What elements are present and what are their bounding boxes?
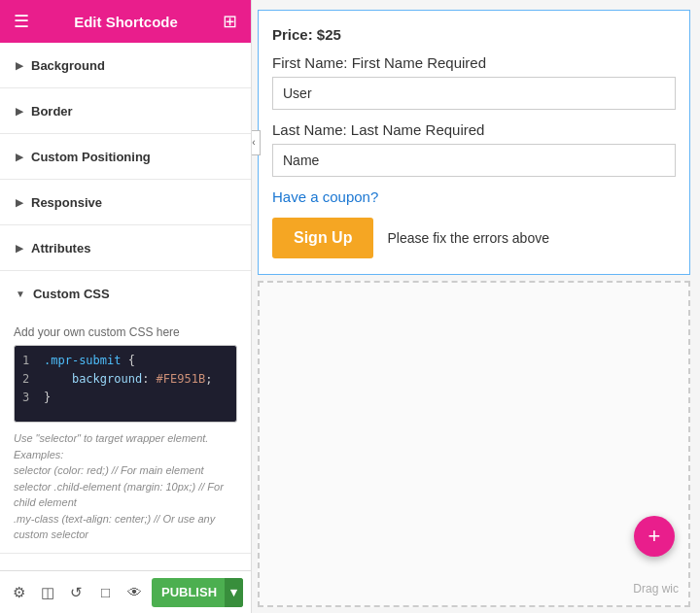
accordion-responsive-label: Responsive bbox=[31, 195, 102, 210]
chevron-custom-css-icon: ▼ bbox=[16, 289, 25, 299]
accordion-custom-css-body: Add your own custom CSS here 1 .mpr-subm… bbox=[0, 316, 251, 553]
accordion-border: ▶ Border bbox=[0, 88, 251, 134]
last-name-input[interactable] bbox=[272, 144, 676, 177]
accordion-custom-css-header[interactable]: ▼ Custom CSS bbox=[0, 271, 251, 316]
grid-icon[interactable]: ⊞ bbox=[223, 11, 237, 32]
price-row: Price: $25 bbox=[272, 26, 676, 43]
hamburger-icon[interactable]: ☰ bbox=[14, 11, 29, 32]
collapse-arrow-icon[interactable]: ‹ bbox=[252, 130, 261, 155]
accordion-custom-positioning: ▶ Custom Positioning bbox=[0, 134, 251, 180]
error-message: Please fix the errors above bbox=[387, 230, 549, 246]
preview-icon[interactable]: 👁 bbox=[122, 579, 146, 606]
responsive-icon[interactable]: □ bbox=[94, 579, 118, 606]
code-line-3: 3 } bbox=[22, 389, 228, 407]
publish-button[interactable]: PUBLISH ▾ bbox=[152, 578, 243, 607]
accordion-background-label: Background bbox=[31, 58, 105, 73]
drag-label: Drag wic bbox=[633, 582, 679, 596]
css-hint-label: Add your own custom CSS here bbox=[14, 325, 237, 339]
accordion-responsive: ▶ Responsive bbox=[0, 180, 251, 225]
layers-icon[interactable]: ◫ bbox=[37, 579, 60, 606]
settings-icon[interactable]: ⚙ bbox=[8, 579, 31, 606]
code-line-2: 2 background: #FE951B; bbox=[22, 370, 228, 389]
coupon-link[interactable]: Have a coupon? bbox=[272, 188, 378, 205]
header-title: Edit Shortcode bbox=[74, 14, 178, 30]
accordion-responsive-header[interactable]: ▶ Responsive bbox=[0, 180, 251, 224]
publish-arrow-icon: ▾ bbox=[225, 578, 243, 607]
publish-label: PUBLISH bbox=[161, 585, 225, 599]
signup-button[interactable]: Sign Up bbox=[272, 218, 373, 258]
last-name-label: Last Name: Last Name Required bbox=[272, 121, 676, 138]
accordion-attributes-header[interactable]: ▶ Attributes bbox=[0, 225, 251, 270]
css-help-text: Use "selector" to target wrapper element… bbox=[14, 430, 237, 543]
form-footer: Sign Up Please fix the errors above bbox=[272, 218, 676, 258]
accordion-background-header[interactable]: ▶ Background bbox=[0, 43, 251, 87]
header: ☰ Edit Shortcode ⊞ bbox=[0, 0, 251, 43]
undo-icon[interactable]: ↺ bbox=[65, 579, 88, 606]
chevron-custom-positioning-icon: ▶ bbox=[16, 152, 23, 162]
coupon-row: Have a coupon? bbox=[272, 188, 676, 206]
accordion-custom-css-label: Custom CSS bbox=[33, 287, 110, 301]
left-panel: ☰ Edit Shortcode ⊞ ▶ Background ▶ Border… bbox=[0, 0, 252, 613]
accordion-attributes: ▶ Attributes bbox=[0, 225, 251, 271]
first-name-row: First Name: First Name Required bbox=[272, 54, 676, 110]
chevron-attributes-icon: ▶ bbox=[16, 243, 23, 254]
chevron-border-icon: ▶ bbox=[16, 106, 23, 117]
lower-area: + Drag wic bbox=[258, 281, 690, 607]
css-code-editor[interactable]: 1 .mpr-submit { 2 background: #FE951B; 3… bbox=[14, 345, 237, 423]
accordion-custom-css: ▼ Custom CSS Add your own custom CSS her… bbox=[0, 271, 251, 554]
first-name-label: First Name: First Name Required bbox=[272, 54, 676, 71]
fab-add-button[interactable]: + bbox=[634, 516, 675, 557]
accordion-attributes-label: Attributes bbox=[31, 241, 90, 255]
first-name-input[interactable] bbox=[272, 77, 676, 110]
chevron-background-icon: ▶ bbox=[16, 60, 23, 71]
accordion-border-header[interactable]: ▶ Border bbox=[0, 88, 251, 133]
last-name-row: Last Name: Last Name Required bbox=[272, 121, 676, 177]
form-area: ‹ Price: $25 First Name: First Name Requ… bbox=[258, 10, 690, 275]
accordion-custom-positioning-label: Custom Positioning bbox=[31, 150, 151, 164]
bottom-toolbar: ⚙ ◫ ↺ □ 👁 PUBLISH ▾ bbox=[0, 570, 251, 613]
accordion-background: ▶ Background bbox=[0, 43, 251, 88]
chevron-responsive-icon: ▶ bbox=[16, 197, 23, 208]
accordion-custom-positioning-header[interactable]: ▶ Custom Positioning bbox=[0, 134, 251, 179]
accordion-border-label: Border bbox=[31, 104, 73, 119]
code-line-1: 1 .mpr-submit { bbox=[22, 352, 228, 370]
accordion-list: ▶ Background ▶ Border ▶ Custom Positioni… bbox=[0, 43, 251, 570]
right-panel: ‹ Price: $25 First Name: First Name Requ… bbox=[252, 0, 700, 613]
